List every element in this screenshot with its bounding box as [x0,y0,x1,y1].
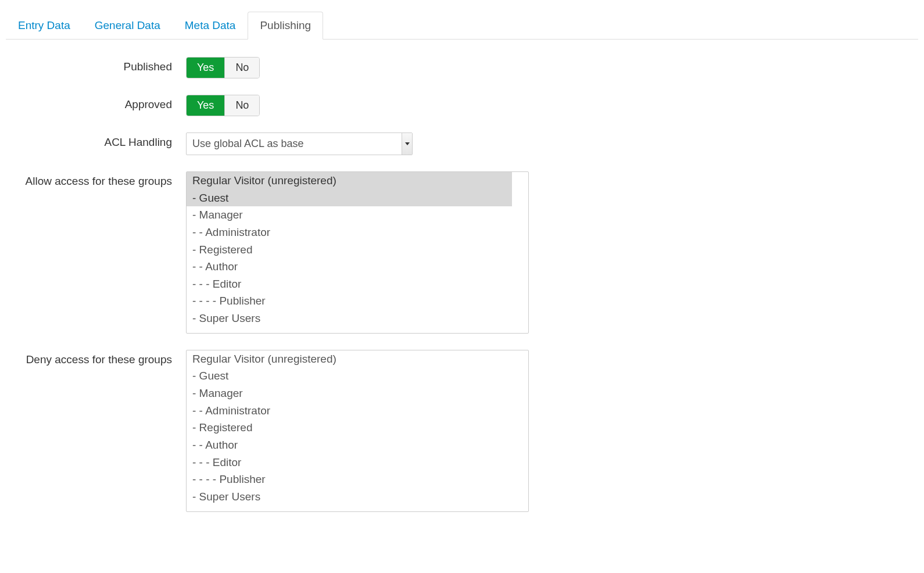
allow-groups-option[interactable]: - - - Editor [187,275,512,293]
published-yes-button[interactable]: Yes [187,58,225,78]
toggle-published: Yes No [186,57,260,78]
row-allow-groups: Allow access for these groups Regular Vi… [6,171,918,334]
deny-groups-option[interactable]: - - - - Publisher [187,471,512,488]
tab-general-data[interactable]: General Data [83,12,173,40]
approved-no-button[interactable]: No [225,95,259,116]
allow-groups-option[interactable]: - Registered [187,241,512,259]
deny-groups-option[interactable]: - - Administrator [187,402,512,420]
row-published: Published Yes No [6,57,918,78]
label-deny-groups: Deny access for these groups [6,350,186,366]
deny-groups-multiselect[interactable]: Regular Visitor (unregistered)- Guest- M… [186,350,529,512]
approved-yes-button[interactable]: Yes [187,95,225,116]
deny-groups-option[interactable]: - Manager [187,385,512,402]
allow-groups-option[interactable]: - - - - Publisher [187,292,512,310]
row-approved: Approved Yes No [6,95,918,116]
deny-groups-option[interactable]: - Registered [187,419,512,436]
tab-entry-data[interactable]: Entry Data [6,12,83,40]
allow-groups-option[interactable]: - - Administrator [187,224,512,241]
deny-groups-option[interactable]: - Super Users [187,488,512,506]
acl-handling-select-wrapper: Use global ACL as base [186,132,413,155]
tab-bar: Entry Data General Data Meta Data Publis… [6,12,918,40]
acl-handling-select[interactable]: Use global ACL as base [186,132,413,155]
label-allow-groups: Allow access for these groups [6,171,186,188]
row-acl-handling: ACL Handling Use global ACL as base [6,132,918,155]
allow-groups-option[interactable]: - - Author [187,258,512,275]
published-no-button[interactable]: No [225,58,259,78]
tab-meta-data[interactable]: Meta Data [173,12,248,40]
deny-groups-option[interactable]: - - Author [187,436,512,454]
allow-groups-option[interactable]: - Super Users [187,310,512,327]
label-approved: Approved [6,95,186,111]
allow-groups-multiselect[interactable]: Regular Visitor (unregistered)- Guest- M… [186,171,529,334]
allow-groups-option[interactable]: - Guest [187,189,512,207]
deny-groups-option[interactable]: - - - Editor [187,454,512,471]
deny-groups-option[interactable]: - Guest [187,367,512,385]
label-acl-handling: ACL Handling [6,132,186,149]
allow-groups-option[interactable]: Regular Visitor (unregistered) [187,172,512,189]
label-published: Published [6,57,186,73]
allow-groups-option[interactable]: - Manager [187,206,512,224]
row-deny-groups: Deny access for these groups Regular Vis… [6,350,918,512]
toggle-approved: Yes No [186,95,260,116]
deny-groups-option[interactable]: Regular Visitor (unregistered) [187,350,512,368]
tab-publishing[interactable]: Publishing [248,12,323,40]
